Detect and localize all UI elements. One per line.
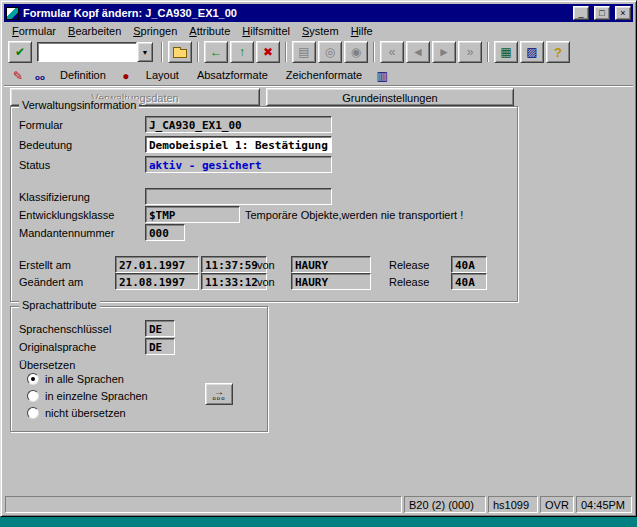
formular-field: J_CA930_EX1_00 — [145, 116, 332, 133]
minimize-button[interactable]: _ — [573, 6, 589, 20]
absatzformate-button[interactable]: Absatzformate — [189, 67, 276, 83]
menu-system[interactable]: System — [296, 23, 345, 39]
status-bar: B20 (2) (000) hs1099 OVR 04:45PM — [4, 493, 633, 513]
mandantennummer-label: Mandantennummer — [19, 227, 114, 239]
dots-icon: ooo — [212, 396, 225, 401]
tab-grundeinstellungen[interactable]: Grundeinstellungen — [266, 88, 514, 106]
table-view-button[interactable]: ▦ — [494, 41, 518, 63]
klassifizierung-label: Klassifizierung — [19, 191, 90, 203]
entwicklungsklasse-hint: Temporäre Objekte,werden nie transportie… — [245, 209, 463, 221]
menu-springen[interactable]: Springen — [127, 23, 183, 39]
statusbar-system: B20 (2) (000) — [404, 496, 486, 513]
layout-dot-icon: ● — [122, 69, 129, 83]
sprachattribute-group: Sprachattribute Sprachenschlüssel DE Ori… — [10, 306, 268, 432]
radio-label-in-einzelne-sprachen[interactable]: in einzelne Sprachen — [45, 390, 148, 402]
display-change-button[interactable]: ✎ — [8, 68, 28, 83]
menu-hilfsmittel[interactable]: Hilfsmittel — [236, 23, 296, 39]
next-page-icon: ► — [438, 46, 450, 58]
folder-icon — [173, 49, 187, 58]
bedeutung-field[interactable]: Demobeispiel 1: Bestätigung — [145, 136, 332, 153]
toolbar-separator — [285, 42, 287, 62]
geaendert-datum-field: 21.08.1997 — [115, 273, 199, 290]
standard-toolbar: ✔ ▼ ← ↑ ✖ ▤ ◎ ◉ « ◄ ► » ▦ ▨ ? — [4, 39, 633, 65]
radio-label-nicht-uebersetzen[interactable]: nicht übersetzen — [45, 407, 126, 419]
up-arrow-icon: ↑ — [239, 46, 245, 58]
exit-button[interactable]: ↑ — [230, 41, 254, 63]
title-bar[interactable]: Formular Kopf ändern: J_CA930_EX1_00 _ □… — [4, 4, 633, 22]
cancel-button[interactable]: ✖ — [256, 41, 280, 63]
check-icon: ✔ — [15, 46, 25, 58]
originalsprache-label: Originalsprache — [19, 341, 96, 353]
radio-in-alle-sprachen[interactable] — [27, 373, 39, 385]
menu-bar: Formular Bearbeiten Springen Attribute H… — [4, 22, 633, 39]
sap-window: Formular Kopf ändern: J_CA930_EX1_00 _ □… — [0, 0, 637, 517]
command-input[interactable] — [37, 42, 137, 62]
print-icon: ▤ — [298, 46, 309, 58]
definition-button[interactable]: Definition — [52, 67, 114, 83]
find-next-button[interactable]: ◉ — [344, 41, 368, 63]
radio-nicht-uebersetzen[interactable] — [27, 407, 39, 419]
originalsprache-field: DE — [145, 338, 175, 355]
layout-button[interactable]: Layout — [138, 67, 187, 83]
layout-icon-button[interactable]: ● — [116, 68, 136, 83]
back-button[interactable]: ← — [204, 41, 228, 63]
sprachen-auswahl-button[interactable]: → ooo — [205, 383, 233, 405]
detail-view-button[interactable]: ▨ — [520, 41, 544, 63]
radio-in-einzelne-sprachen[interactable] — [27, 390, 39, 402]
cancel-x-icon: ✖ — [263, 46, 273, 58]
erstellt-release-field: 40A — [451, 256, 487, 273]
desktop: Formular Kopf ändern: J_CA930_EX1_00 _ □… — [0, 0, 637, 527]
statusbar-message — [5, 496, 402, 513]
print-button[interactable]: ▤ — [292, 41, 316, 63]
pencil-icon: ✎ — [13, 69, 23, 83]
back-arrow-icon: ← — [210, 46, 222, 58]
bedeutung-label: Bedeutung — [19, 139, 72, 151]
command-dropdown-button[interactable]: ▼ — [137, 42, 153, 62]
first-page-button[interactable]: « — [380, 41, 404, 63]
help-question-icon: ? — [554, 46, 562, 59]
menu-attribute[interactable]: Attribute — [183, 23, 236, 39]
save-button[interactable] — [168, 41, 192, 63]
next-page-button[interactable]: ► — [432, 41, 456, 63]
table-green-icon: ▦ — [500, 46, 511, 58]
pages-icon: ▥ — [377, 69, 388, 83]
zeichenformate-button[interactable]: Zeichenformate — [278, 67, 370, 83]
statusbar-input-mode[interactable]: OVR — [540, 496, 574, 513]
menu-formular[interactable]: Formular — [6, 23, 62, 39]
first-page-icon: « — [389, 46, 396, 58]
erstellt-von-label: von — [257, 259, 275, 271]
find-button[interactable]: ◎ — [318, 41, 342, 63]
app-icon — [6, 7, 19, 20]
minimize-icon: _ — [578, 8, 583, 18]
menu-hilfe[interactable]: Hilfe — [345, 23, 379, 39]
erstellt-release-label: Release — [389, 259, 429, 271]
geaendert-release-field: 40A — [451, 273, 487, 290]
help-button[interactable]: ? — [546, 41, 570, 63]
statusbar-host: hs1099 — [488, 496, 538, 513]
uebersetzen-label: Übersetzen — [19, 359, 75, 371]
command-combo: ▼ — [37, 42, 153, 62]
radio-label-in-alle-sprachen[interactable]: in alle Sprachen — [45, 373, 124, 385]
status-field: aktiv - gesichert — [145, 156, 332, 173]
geaendert-am-label: Geändert am — [19, 276, 83, 288]
enter-button[interactable]: ✔ — [8, 41, 32, 63]
menu-bearbeiten[interactable]: Bearbeiten — [62, 23, 127, 39]
find-next-icon: ◉ — [351, 46, 361, 58]
erstellt-am-label: Erstellt am — [19, 259, 71, 271]
group-title-sprachattribute: Sprachattribute — [19, 299, 100, 311]
prev-page-button[interactable]: ◄ — [406, 41, 430, 63]
client-area: Verwaltungsdaten Grundeinstellungen Verw… — [4, 86, 633, 493]
chevron-down-icon: ▼ — [142, 49, 149, 56]
last-page-button[interactable]: » — [458, 41, 482, 63]
glasses-icon: oo — [35, 73, 45, 82]
pages-button[interactable]: ▥ — [372, 68, 392, 83]
display-mode-button[interactable]: oo — [30, 68, 50, 83]
entwicklungsklasse-label: Entwicklungsklasse — [19, 209, 114, 221]
close-button[interactable]: × — [615, 6, 631, 20]
maximize-button[interactable]: □ — [594, 6, 610, 20]
entwicklungsklasse-field: $TMP — [145, 206, 240, 223]
find-icon: ◎ — [325, 46, 335, 58]
application-toolbar: ✎ oo Definition ● Layout Absatzformate Z… — [4, 65, 633, 86]
last-page-icon: » — [467, 46, 474, 58]
geaendert-release-label: Release — [389, 276, 429, 288]
